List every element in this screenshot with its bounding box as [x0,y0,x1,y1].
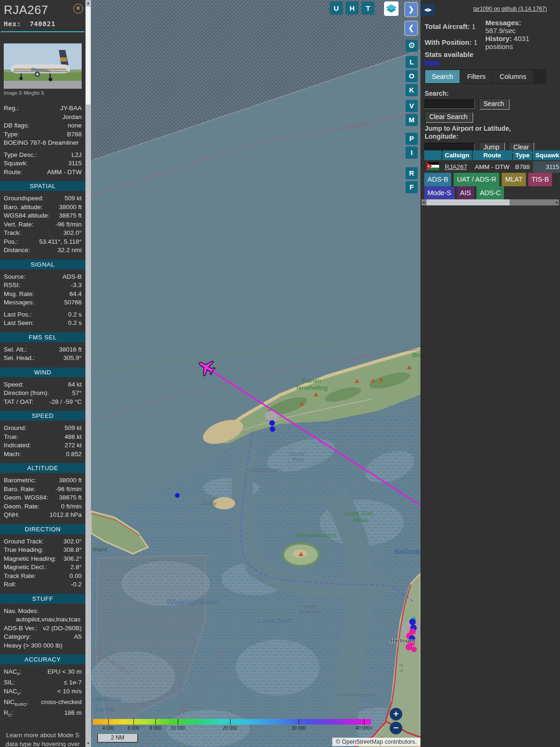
table-header-Route[interactable]: Route [473,150,512,160]
data-row: Last Pos.:0.2 s [4,310,82,319]
map-button-u[interactable]: U [330,2,343,14]
map-hotkey-m[interactable]: M [406,114,418,126]
zoom-out-button[interactable]: − [390,722,402,734]
scroll-left-icon[interactable]: ◂ [422,199,425,205]
registration-link[interactable]: JY-BAA [60,105,82,112]
section-header-signal: SIGNAL [0,260,85,269]
total-aircraft-value: 1 [472,22,476,30]
aircraft-list-panel: ◀▶ tar1090 on github (3.14.1767) Total A… [420,0,560,747]
search-button[interactable]: Search [479,99,509,109]
map-hotkey-r[interactable]: R [406,167,418,179]
table-header-flag[interactable] [424,150,441,160]
data-label: NACV: [4,687,21,698]
data-row: Last Seen:0.2 s [4,319,82,328]
legend-tick [178,719,178,725]
search-label: Search: [425,90,556,97]
tab-search[interactable]: Search [425,70,460,83]
panel-scrollbar-thumb[interactable] [427,199,510,205]
search-input[interactable] [425,99,474,108]
expand-sidebar-icon[interactable]: ❯ [404,2,418,17]
clear-search-button[interactable]: Clear Search [425,112,472,122]
zoom-in-button[interactable]: + [390,708,402,720]
data-row: NICBARO:cross-checked [4,698,82,709]
data-value: 0.2 s [68,310,82,319]
data-row: Source:ADS-B [4,273,82,282]
data-value: -96 ft/min [56,220,82,229]
layers-icon[interactable] [384,1,399,16]
data-value: 272 kt [64,441,82,450]
data-row: Squawk:3115 [4,159,82,168]
badge-ads-c: ADS-C [476,186,504,200]
data-row: Pos.:53.411°, 5.118° [4,238,82,247]
data-label: NICBARO: [4,698,28,709]
panel-resize-icon[interactable]: ◀▶ [421,4,435,16]
scale-bar: 2 NM [97,734,138,743]
map-button-t[interactable]: T [362,2,374,14]
panel-horizontal-scrollbar[interactable]: ◂ ▸ [421,199,559,205]
map-hotkey-o[interactable]: O [406,70,418,82]
data-value: 0.852 [66,450,82,459]
data-value: 1012.8 hPa [49,511,82,520]
table-callsign-link[interactable]: RJA267 [445,163,467,170]
table-header-Type[interactable]: Type [513,150,532,160]
map-hotkey-i[interactable]: I [406,147,418,159]
data-value: 302.0° [63,229,82,238]
map-hotkey-k[interactable]: K [406,84,418,96]
data-row: Track:302.0° [4,229,82,238]
data-label: Groundspeed: [4,194,44,203]
data-label: RSSI: [4,281,20,290]
data-row: Reg.:JY-BAA [4,104,82,113]
sidebar-scrollbar-thumb[interactable] [86,7,91,105]
gear-icon[interactable]: ⚙ [406,40,418,52]
data-row: Msg. Rate:64.4 [4,290,82,299]
with-position-label: With Position: [425,38,472,46]
data-row: Indicated:272 kt [4,441,82,450]
data-label: Category: [4,633,31,641]
table-row[interactable]: RJA267 AMM - DTW B788 3115 38000 [424,161,560,173]
with-position-value: 1 [474,38,477,46]
data-label: Mach: [4,450,21,459]
stats-here-link[interactable]: here [425,58,440,66]
aircraft-callsign-title: RJA267 [4,3,82,17]
data-label: Vert. Rate: [4,220,34,229]
data-value: 306.2° [63,555,82,564]
panel-tabs: SearchFiltersColumns [424,69,546,84]
data-row: NACP:EPU < 30 m [4,668,82,678]
data-value: 0 ft/min [61,502,82,511]
tab-columns[interactable]: Columns [493,70,532,83]
scroll-down-icon[interactable]: ▼ [85,740,91,747]
aircraft-icon[interactable] [195,356,217,379]
sidebar-scrollbar[interactable]: ▲ ▼ [85,0,91,747]
github-link[interactable]: tar1090 on github (3.14.1767) [473,6,547,12]
tab-filters[interactable]: Filters [461,70,492,83]
data-value: 38675 ft [59,211,82,220]
data-label: Type: [4,130,19,139]
map-hotkey-v[interactable]: V [406,100,418,112]
tar1090-app: RJA267 ✕ Hex: 740821 [0,0,560,747]
aircraft-info-rows: Reg.:JY-BAAJordanDB flags:noneType:B788B… [4,104,82,176]
data-row: Distance:32.2 nmi [4,246,82,255]
data-label: Geom. Rate: [4,502,40,511]
data-value: 486 kt [64,433,82,442]
jump-label: Jump to Airport or Latitude, Longitude: [425,125,532,141]
map-hotkey-l[interactable]: L [406,56,418,68]
map-canvas[interactable]: NederlandFryslânBosDuinenTerschellingGro… [91,0,420,747]
data-label: TAT / OAT: [4,398,34,407]
map-hotkey-f[interactable]: F [406,181,418,193]
aircraft-photo[interactable] [4,43,82,89]
table-header-Squawk[interactable]: Squawk [533,150,560,160]
data-label: WGS84 altitude: [4,211,49,220]
data-value: cross-checked [41,698,82,709]
map-hotkey-p[interactable]: P [406,133,418,145]
scroll-up-icon[interactable]: ▲ [85,0,91,7]
scroll-right-icon[interactable]: ▸ [556,199,558,205]
data-row: True:486 kt [4,433,82,442]
history-value: 4031 [514,35,529,42]
data-row: NACV:< 10 m/s [4,687,82,698]
badge-tis-b: TIS-B [528,173,552,186]
table-header-Callsign[interactable]: Callsign [442,150,472,160]
close-icon[interactable]: ✕ [73,4,83,14]
collapse-sidebar-icon[interactable]: ❮ [404,21,418,36]
badge-ads-b: ADS-B [424,173,451,186]
map-button-h[interactable]: H [346,2,358,14]
